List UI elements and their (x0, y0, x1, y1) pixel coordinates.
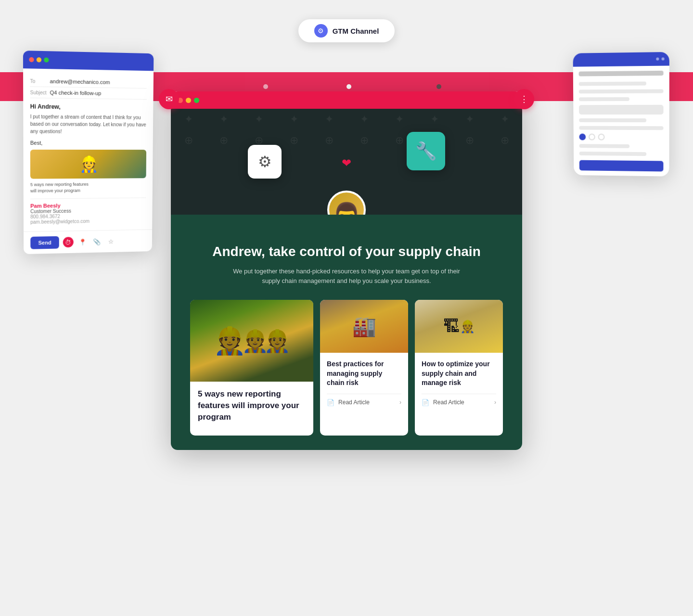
email-to-field: To andrew@mechanico.com (30, 76, 147, 89)
gtm-label: GTM Channel (333, 27, 379, 35)
content-subtext: We put together these hand-picked resour… (226, 267, 467, 287)
mobile-image-strip (579, 105, 663, 115)
star-icon[interactable]: ☆ (106, 236, 116, 247)
prop-17: ⊕ (395, 134, 404, 147)
email-footer: Send ⏱ 📍 📎 ☆ (24, 230, 152, 255)
location-icon[interactable]: 📍 (77, 237, 88, 247)
mobile-dot-2 (662, 57, 665, 60)
gtm-gear-icon: ⚙ (314, 24, 328, 38)
main-content-window: ✦ ✦ ✦ ✦ ✦ ✦ ✦ ✦ ✦ ✦ ⊕ ⊕ ⊕ ⊕ ⊕ ⊕ ⊕ ⊕ ⊕ ⊕ (171, 91, 522, 450)
mobile-window (573, 52, 669, 177)
prop-3: ✦ (255, 113, 263, 126)
article-card-3: 🏗 👷 How to optimize your supply chain an… (415, 300, 503, 435)
mobile-line-3 (579, 89, 664, 93)
mail-icon: ✉ (166, 94, 173, 104)
article-card-2: 🏭 Best practices for managing supply cha… (320, 300, 408, 435)
gear-symbol: ⚙ (318, 27, 324, 35)
prop-20: ⊕ (500, 134, 509, 147)
read-icon-3: 📄 (422, 399, 429, 406)
mobile-radio-group (579, 134, 663, 141)
strip-dot-1 (263, 84, 268, 89)
scene: ⚙ GTM Channel ✉ ⋮ To andrew@mechanico.co… (0, 14, 693, 448)
wrench-box: 🔧 (407, 132, 445, 170)
mobile-line-5 (579, 118, 646, 122)
email-window: To andrew@mechanico.com Subject Q4 check… (23, 51, 154, 254)
to-label: To (30, 78, 50, 84)
prop-5: ✦ (325, 113, 334, 126)
card-2-link-text: Read Article (338, 399, 370, 406)
share-badge[interactable]: ⋮ (514, 89, 534, 109)
attachment-icon[interactable]: 📎 (91, 236, 102, 247)
card-2-image: 🏭 (320, 300, 408, 353)
prop-16: ⊕ (360, 134, 369, 147)
heart-icon: ❤ (342, 156, 351, 170)
card-2-body: Best practices for managing supply chain… (320, 353, 408, 413)
caption-line-2: will improve your program (30, 187, 146, 194)
share-icon: ⋮ (520, 94, 528, 104)
card-2-link[interactable]: 📄 Read Article › (327, 394, 401, 406)
content-headline: Andrew, take control of your supply chai… (190, 244, 503, 260)
card-3-link-text: Read Article (433, 399, 464, 406)
gtm-channel-pill[interactable]: ⚙ GTM Channel (298, 19, 395, 42)
card-3-link[interactable]: 📄 Read Article › (422, 394, 496, 406)
mobile-line-6 (579, 126, 663, 130)
arrow-icon-3: › (494, 399, 496, 406)
mobile-dot-1 (656, 57, 659, 60)
prop-7: ✦ (395, 113, 404, 126)
card-3-body: How to optimize your supply chain and ma… (415, 353, 503, 413)
mobile-line-2 (579, 81, 646, 86)
strip-dot-2 (346, 84, 351, 89)
timer-icon[interactable]: ⏱ (63, 237, 74, 247)
read-icon-2: 📄 (327, 399, 334, 406)
prop-14: ⊕ (290, 134, 298, 147)
subject-value: Q4 check-in follow-up (50, 90, 102, 96)
prop-12: ⊕ (219, 134, 228, 147)
email-image-preview: 👷 (30, 150, 146, 179)
mobile-line-4 (579, 97, 629, 101)
gear-icon-hero: ⚙ (258, 153, 272, 171)
cards-grid: 👷 👷 👷 5 ways new reporting features will… (190, 300, 503, 435)
mobile-content (573, 66, 669, 177)
radio-2[interactable] (589, 134, 595, 141)
mobile-cta-button[interactable] (579, 160, 664, 172)
mobile-line-1 (579, 71, 664, 77)
avatar-person: 👨 (332, 203, 361, 215)
email-closing: Best, (30, 140, 146, 146)
min-dot (186, 98, 191, 103)
prop-6: ✦ (360, 113, 369, 126)
prop-4: ✦ (290, 113, 298, 126)
close-dot (29, 57, 34, 63)
email-titlebar (23, 51, 154, 71)
main-content-area: Andrew, take control of your supply chai… (171, 215, 522, 450)
email-image-caption: 5 ways new reporting features will impro… (30, 181, 146, 194)
radio-1[interactable] (579, 134, 586, 141)
card-1-body: 5 ways new reporting features will impro… (190, 382, 313, 435)
card-3-title: How to optimize your supply chain and ma… (422, 359, 496, 388)
wrench-icon: 🔧 (415, 141, 437, 161)
mobile-line-7 (579, 144, 629, 148)
card-3-image: 🏗 👷 (415, 300, 503, 353)
prop-8: ✦ (430, 113, 439, 126)
article-card-1: 👷 👷 👷 5 ways new reporting features will… (190, 300, 313, 435)
gear-box: ⚙ (248, 145, 282, 179)
to-value: andrew@mechanico.com (50, 78, 110, 85)
card-1-image: 👷 👷 👷 (190, 300, 313, 382)
radio-3[interactable] (598, 134, 605, 141)
sig-email: pam.beesly@widgetco.com (30, 218, 146, 225)
send-button[interactable]: Send (30, 236, 59, 249)
prop-9: ✦ (465, 113, 474, 126)
prop-2: ✦ (219, 113, 228, 126)
email-body-text: I put together a stream of content that … (30, 113, 147, 136)
prop-15: ⊕ (325, 134, 334, 147)
prop-1: ✦ (184, 113, 193, 126)
min-dot (37, 57, 41, 62)
prop-19: ⊕ (465, 134, 474, 147)
main-titlebar (171, 91, 522, 109)
hero-section: ✦ ✦ ✦ ✦ ✦ ✦ ✦ ✦ ✦ ✦ ⊕ ⊕ ⊕ ⊕ ⊕ ⊕ ⊕ ⊕ ⊕ ⊕ (171, 109, 522, 215)
email-subject-field: Subject Q4 check-in follow-up (30, 87, 147, 100)
mail-badge[interactable]: ✉ (159, 89, 179, 109)
email-greeting: Hi Andrew, (30, 103, 147, 111)
arrow-icon-2: › (399, 399, 401, 406)
subject-label: Subject (30, 90, 50, 95)
max-dot (194, 98, 199, 103)
